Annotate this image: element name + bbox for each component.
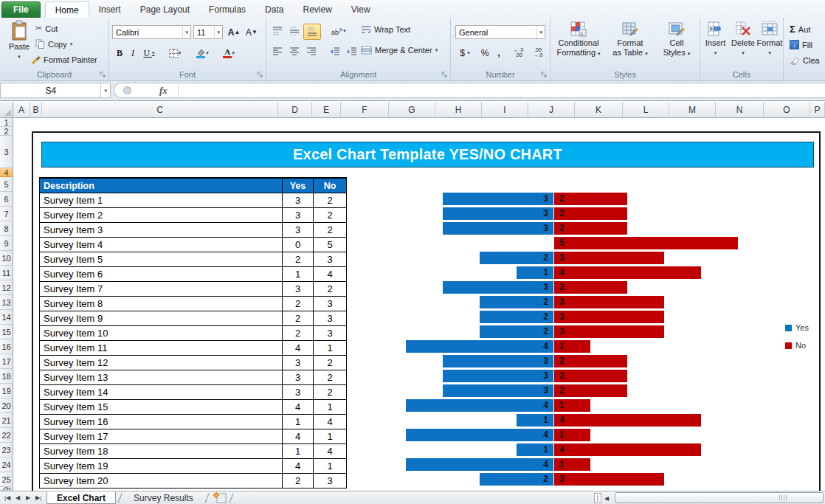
row-header-25[interactable]: 25 <box>0 472 13 487</box>
tab-home[interactable]: Home <box>45 1 89 18</box>
table-cell-no[interactable]: 3 <box>314 311 346 325</box>
row-header-5[interactable]: 5 <box>0 177 13 192</box>
table-cell-description[interactable]: Survey Item 11 <box>40 341 282 355</box>
table-cell-no[interactable]: 4 <box>314 267 346 281</box>
table-cell-no[interactable]: 4 <box>314 444 346 458</box>
row-header-9[interactable]: 9 <box>0 236 13 251</box>
column-header-n[interactable]: N <box>716 102 764 118</box>
currency-format-button[interactable]: $ ▾ <box>455 46 474 61</box>
table-cell-no[interactable]: 2 <box>314 282 346 296</box>
row-header-18[interactable]: 18 <box>0 369 13 384</box>
name-box-dropdown-arrow[interactable]: ▾ <box>100 83 110 97</box>
table-cell-yes[interactable]: 3 <box>283 193 313 207</box>
table-cell-no[interactable]: 3 <box>314 252 346 266</box>
table-cell-description[interactable]: Survey Item 10 <box>40 326 282 340</box>
row-header-22[interactable]: 22 <box>0 428 13 443</box>
table-cell-description[interactable]: Survey Item 3 <box>40 223 282 237</box>
table-cell-no[interactable]: 2 <box>314 223 346 237</box>
row-header-20[interactable]: 20 <box>0 398 13 413</box>
row-header-8[interactable]: 8 <box>0 221 13 236</box>
column-header-e[interactable]: E <box>312 102 341 118</box>
table-cell-no[interactable]: 3 <box>314 326 346 340</box>
table-cell-no[interactable]: 3 <box>314 474 346 488</box>
name-box[interactable]: S4 ▾ <box>0 83 111 98</box>
orientation-button[interactable]: ab ▾ <box>327 24 351 38</box>
table-cell-description[interactable]: Survey Item 8 <box>40 297 282 311</box>
select-all-corner[interactable] <box>0 102 13 118</box>
font-color-button[interactable]: A ▾ <box>217 46 241 61</box>
delete-cells-button[interactable]: Delete ▾ <box>730 21 756 58</box>
row-header-23[interactable]: 23 <box>0 443 13 458</box>
table-cell-no[interactable]: 5 <box>314 238 346 252</box>
format-as-table-button[interactable]: Format as Table ▾ <box>607 21 654 58</box>
tab-data[interactable]: Data <box>255 1 293 18</box>
table-cell-yes[interactable]: 2 <box>283 326 313 340</box>
shrink-font-button[interactable]: A▼ <box>244 25 260 39</box>
fill-color-button[interactable]: ▾ <box>190 46 214 61</box>
column-header-m[interactable]: M <box>669 102 716 118</box>
table-cell-no[interactable]: 2 <box>314 370 346 384</box>
table-cell-no[interactable]: 4 <box>314 415 346 429</box>
table-cell-description[interactable]: Survey Item 19 <box>40 459 282 473</box>
table-cell-yes[interactable]: 3 <box>283 385 313 399</box>
table-cell-description[interactable]: Survey Item 6 <box>40 267 282 281</box>
table-cell-no[interactable]: 1 <box>314 341 346 355</box>
table-cell-yes[interactable]: 3 <box>283 370 313 384</box>
percent-format-button[interactable]: % <box>477 46 492 61</box>
table-cell-yes[interactable]: 0 <box>283 238 313 252</box>
row-header-13[interactable]: 13 <box>0 295 13 310</box>
table-cell-no[interactable]: 1 <box>314 429 346 443</box>
row-header-19[interactable]: 19 <box>0 384 13 398</box>
table-cell-no[interactable]: 2 <box>314 193 346 207</box>
column-header-g[interactable]: G <box>389 102 435 118</box>
column-header-d[interactable]: D <box>278 102 312 118</box>
row-header-12[interactable]: 12 <box>0 280 13 295</box>
font-name-combo[interactable]: Calibri▾ <box>112 25 191 39</box>
increase-decimal-button[interactable]: ←.0.00 <box>510 44 528 61</box>
table-cell-yes[interactable]: 1 <box>283 444 313 458</box>
tab-page-layout[interactable]: Page Layout <box>131 1 199 18</box>
tab-split-handle[interactable]: | <box>594 493 601 503</box>
tab-view[interactable]: View <box>342 1 380 18</box>
align-center-button[interactable] <box>286 44 303 59</box>
row-header-3[interactable]: 3 <box>0 136 13 168</box>
table-cell-yes[interactable]: 4 <box>283 429 313 443</box>
column-header-i[interactable]: I <box>482 102 528 118</box>
table-cell-no[interactable]: 1 <box>314 400 346 414</box>
increase-indent-button[interactable] <box>344 44 360 59</box>
table-cell-description[interactable]: Survey Item 16 <box>40 415 282 429</box>
table-cell-yes[interactable]: 4 <box>283 341 313 355</box>
column-header-b[interactable]: B <box>30 102 42 118</box>
format-cells-button[interactable]: Format ▾ <box>756 21 784 58</box>
sheet-tab-excel-chart[interactable]: Excel Chart <box>46 491 116 504</box>
row-header-17[interactable]: 17 <box>0 354 13 369</box>
formula-bar[interactable]: fx <box>114 83 825 98</box>
first-sheet-button[interactable]: |◀ <box>2 494 13 501</box>
row-header-15[interactable]: 15 <box>0 325 13 339</box>
table-cell-description[interactable]: Survey Item 2 <box>40 208 282 222</box>
row-header-4[interactable]: 4 <box>0 168 13 177</box>
row-header-14[interactable]: 14 <box>0 310 13 325</box>
table-cell-yes[interactable]: 2 <box>283 252 313 266</box>
fill-button[interactable]: ↓ Fill <box>790 40 812 49</box>
column-header-a[interactable]: A <box>13 102 30 118</box>
table-cell-description[interactable]: Survey Item 14 <box>40 385 282 399</box>
column-header-p[interactable]: P <box>810 102 825 118</box>
row-header-10[interactable]: 10 <box>0 251 13 266</box>
table-cell-yes[interactable]: 2 <box>283 474 313 488</box>
paste-button[interactable]: Paste ▾ <box>4 20 34 61</box>
italic-button[interactable]: I <box>128 46 138 61</box>
column-header-l[interactable]: L <box>623 102 669 118</box>
align-left-button[interactable] <box>269 44 286 59</box>
table-cell-description[interactable]: Survey Item 5 <box>40 252 282 266</box>
merge-center-button[interactable]: Merge & Center ▾ <box>361 46 438 55</box>
bottom-align-button[interactable] <box>303 24 321 40</box>
table-cell-no[interactable]: 2 <box>314 208 346 222</box>
row-header-7[interactable]: 7 <box>0 207 13 221</box>
clear-button[interactable]: Clea <box>790 56 820 65</box>
table-cell-description[interactable]: Survey Item 12 <box>40 356 282 370</box>
column-header-h[interactable]: H <box>435 102 482 118</box>
sheet-tab-survey-results[interactable]: Survey Results <box>124 491 203 504</box>
table-cell-no[interactable]: 3 <box>314 297 346 311</box>
row-header-16[interactable]: 16 <box>0 339 13 354</box>
